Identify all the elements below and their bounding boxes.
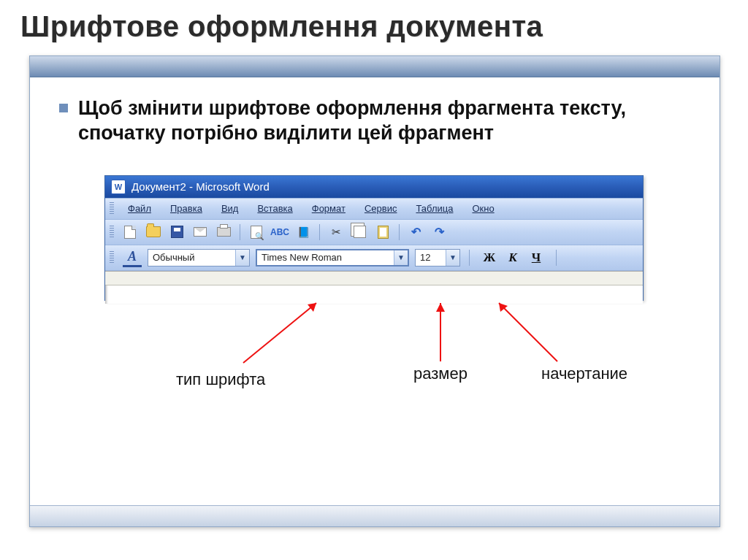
open-folder-icon bbox=[146, 226, 161, 237]
save-disk-icon bbox=[171, 226, 183, 238]
chevron-down-icon: ▼ bbox=[446, 250, 459, 266]
paste-button[interactable] bbox=[373, 222, 393, 242]
word-titlebar: W Документ2 - Microsoft Word bbox=[105, 176, 643, 198]
new-doc-icon bbox=[124, 226, 136, 239]
research-button[interactable]: 📘 bbox=[293, 222, 313, 242]
bullet-icon bbox=[59, 104, 68, 112]
printer-icon bbox=[217, 227, 231, 237]
word-window-title: Документ2 - Microsoft Word bbox=[131, 180, 270, 193]
style-indicator-icon: A bbox=[123, 248, 142, 267]
menu-view[interactable]: Вид bbox=[213, 200, 247, 217]
copy-icon bbox=[354, 226, 366, 238]
callout-font-type: тип шрифта bbox=[176, 370, 265, 389]
chevron-down-icon: ▼ bbox=[235, 250, 249, 266]
menu-insert[interactable]: Вставка bbox=[249, 200, 300, 217]
grip-icon bbox=[110, 251, 114, 264]
font-size-combo[interactable]: 12 ▼ bbox=[415, 249, 460, 266]
spellcheck-icon: ABC bbox=[270, 227, 289, 237]
print-preview-icon bbox=[251, 226, 262, 239]
undo-icon: ↶ bbox=[411, 225, 421, 239]
font-size-value: 12 bbox=[416, 252, 446, 263]
font-style-group: Ж К Ч bbox=[478, 248, 547, 267]
separator bbox=[319, 224, 320, 240]
word-menubar: Файл Правка Вид Вставка Формат Сервис Та… bbox=[105, 198, 643, 220]
card-top-bar bbox=[30, 56, 720, 77]
underline-button[interactable]: Ч bbox=[525, 248, 547, 267]
undo-button[interactable]: ↶ bbox=[405, 222, 426, 242]
svg-line-4 bbox=[499, 303, 557, 361]
print-button[interactable] bbox=[213, 222, 234, 242]
style-combo-value: Обычный bbox=[148, 252, 235, 263]
font-combo[interactable]: Times New Roman ▼ bbox=[256, 249, 409, 266]
callout-style: начертание bbox=[541, 364, 627, 383]
menu-file[interactable]: Файл bbox=[120, 200, 159, 217]
new-doc-button[interactable] bbox=[120, 222, 140, 242]
research-icon: 📘 bbox=[297, 226, 310, 238]
cut-button[interactable]: ✂ bbox=[326, 222, 346, 242]
slide-card: Щоб змінити шрифтове оформлення фрагмент… bbox=[29, 55, 720, 527]
grip-icon bbox=[110, 202, 114, 215]
svg-marker-5 bbox=[499, 303, 508, 312]
word-formatting-toolbar: A Обычный ▼ Times New Roman ▼ 12 ▼ bbox=[105, 245, 643, 271]
redo-button[interactable]: ↷ bbox=[429, 222, 449, 242]
menu-table[interactable]: Таблица bbox=[408, 200, 461, 217]
word-ruler bbox=[105, 272, 643, 285]
spellcheck-button[interactable]: ABC bbox=[270, 222, 290, 242]
font-combo-value: Times New Roman bbox=[257, 252, 394, 263]
open-button[interactable] bbox=[143, 222, 164, 242]
svg-line-0 bbox=[243, 303, 316, 363]
card-bottom-bar bbox=[30, 505, 720, 526]
svg-marker-3 bbox=[436, 303, 445, 312]
mail-icon bbox=[194, 227, 207, 237]
word-window: W Документ2 - Microsoft Word Файл Правка… bbox=[104, 175, 644, 301]
grip-icon bbox=[110, 226, 114, 239]
scissors-icon: ✂ bbox=[332, 226, 341, 239]
word-app-icon: W bbox=[111, 180, 126, 194]
menu-edit[interactable]: Правка bbox=[162, 200, 210, 217]
svg-marker-1 bbox=[308, 303, 316, 312]
slide-paragraph: Щоб змінити шрифтове оформлення фрагмент… bbox=[78, 96, 692, 146]
menu-service[interactable]: Сервис bbox=[356, 200, 405, 217]
separator bbox=[399, 224, 400, 240]
italic-button[interactable]: К bbox=[502, 248, 524, 267]
bold-button[interactable]: Ж bbox=[478, 248, 500, 267]
slide-title: Шрифтове оформлення документа bbox=[0, 0, 748, 47]
word-document-area bbox=[105, 271, 643, 304]
redo-icon: ↷ bbox=[435, 225, 444, 239]
menu-window[interactable]: Окно bbox=[464, 200, 502, 217]
mail-button[interactable] bbox=[190, 222, 210, 242]
separator bbox=[240, 224, 240, 240]
print-preview-button[interactable] bbox=[246, 222, 267, 242]
menu-format[interactable]: Формат bbox=[304, 200, 354, 217]
callout-size: размер bbox=[413, 364, 468, 383]
separator bbox=[556, 250, 557, 266]
bullet-row: Щоб змінити шрифтове оформлення фрагмент… bbox=[59, 96, 695, 146]
word-standard-toolbar: ABC 📘 ✂ ↶ ↷ bbox=[105, 220, 643, 245]
copy-button[interactable] bbox=[349, 222, 370, 242]
separator bbox=[469, 250, 470, 266]
clipboard-icon bbox=[378, 226, 389, 239]
chevron-down-icon: ▼ bbox=[394, 250, 408, 265]
save-button[interactable] bbox=[167, 222, 187, 242]
style-combo[interactable]: Обычный ▼ bbox=[148, 249, 250, 266]
